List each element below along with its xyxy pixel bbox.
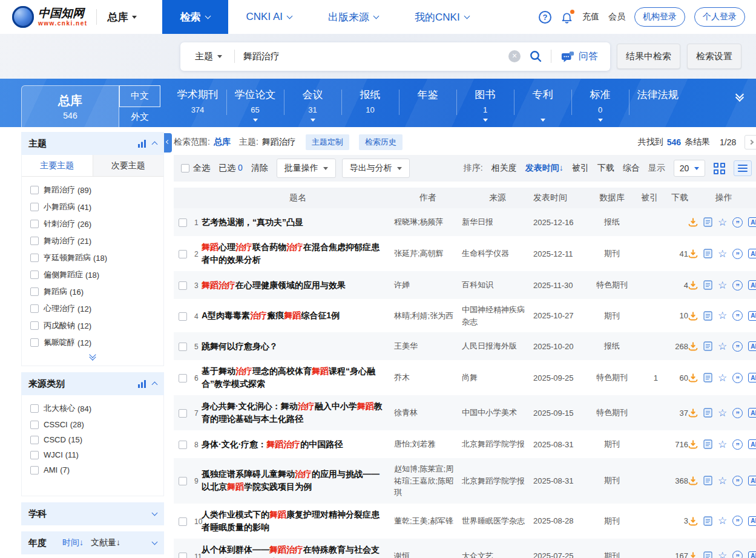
qa-button[interactable]: 问答 [551,50,610,63]
header-downloads[interactable]: 下载 [658,192,688,203]
filter-checkbox-item[interactable]: 小舞蹈病 (41) [22,199,163,215]
cite-icon[interactable]: ” [732,310,743,321]
ai-icon[interactable]: AI [748,516,756,526]
select-all-label[interactable]: 全选 [193,163,210,174]
cite-icon[interactable]: ” [732,516,743,526]
row-checkbox[interactable] [179,553,187,558]
language-chinese-tab[interactable]: 中文 [119,85,160,107]
sort-option[interactable]: 发表时间↓ [525,163,564,174]
article-authors[interactable]: 许婵 [394,279,462,291]
ai-icon[interactable]: AI [748,280,756,290]
article-title-link[interactable]: 孤独症谱系障碍儿童舞动治疗的应用与挑战——以北京舞蹈学院实践项目为例 [202,469,380,491]
read-online-icon[interactable] [703,439,712,449]
filter-checkbox-item[interactable]: 心理治疗 (12) [22,300,163,317]
read-online-icon[interactable] [703,341,712,351]
article-authors[interactable]: 张延芹;高朝辉 [394,248,462,260]
article-title-link[interactable]: 从个体到群体——舞蹈治疗在特殊教育与社会支持体系中的实践探索 [202,545,380,558]
category-tab[interactable]: 学位论文 65 [226,79,284,127]
ai-icon[interactable]: AI [748,341,756,351]
search-field-selector[interactable]: 主题 [180,51,234,62]
notification-bell-icon[interactable] [560,11,573,24]
filter-checkbox-item[interactable]: WJCI (11) [22,447,163,462]
favorite-icon[interactable]: ☆ [718,310,727,321]
download-icon[interactable] [688,217,698,227]
favorite-icon[interactable]: ☆ [718,439,727,450]
filter-checkbox-item[interactable]: 针刺治疗 (26) [22,215,163,232]
nav-item-我的cnki[interactable]: 我的CNKI [396,0,487,34]
cite-icon[interactable]: ” [732,551,743,558]
ai-icon[interactable]: AI [748,311,756,321]
search-settings-button[interactable]: 检索设置 [687,44,741,69]
article-authors[interactable]: 谢恒 [394,550,462,558]
article-title-link[interactable]: A型肉毒毒素治疗瘢痕舞蹈综合征1例 [202,310,340,320]
category-tab[interactable]: 法律法规 [629,79,686,127]
bar-chart-icon[interactable] [138,380,146,388]
clear-search-icon[interactable]: × [508,50,521,62]
search-icon[interactable] [529,50,542,63]
download-icon[interactable] [688,311,698,321]
row-checkbox[interactable] [179,409,187,418]
filter-checkbox[interactable] [30,466,39,474]
read-online-icon[interactable] [703,249,712,258]
sort-option[interactable]: 相关度 [491,163,517,174]
article-source[interactable]: 百科知识 [462,279,533,291]
article-title-link[interactable]: 身心共舞·文化润心：舞动治疗融入中小学舞蹈教育的理论基础与本土化路径 [202,401,383,424]
filter-checkbox-item[interactable]: 舞蹈病 (16) [22,283,163,300]
row-checkbox[interactable] [179,312,187,321]
header-database[interactable]: 数据库 [589,192,635,203]
article-title-link[interactable]: 跳舞何以疗愈身心？ [202,341,278,351]
sidebar-collapse-handle[interactable] [164,133,172,153]
nav-item-检索[interactable]: 检索 [162,0,228,34]
filter-checkbox[interactable] [30,304,39,313]
article-authors[interactable]: 乔木 [394,372,462,384]
cite-icon[interactable]: ” [732,280,743,290]
article-source[interactable]: 中国神经精神疾病杂志 [462,304,533,327]
row-checkbox[interactable] [179,218,187,227]
sort-option[interactable]: 综合 [623,163,640,174]
article-title-link[interactable]: 艺考热退潮，“真功夫”凸显 [202,217,303,227]
download-icon[interactable] [688,373,698,382]
filter-checkbox-item[interactable]: 北大核心 (84) [22,400,163,417]
article-authors[interactable]: 林晴;利婧;张为西 [394,310,462,322]
scope-value[interactable]: 总库 [214,137,231,148]
article-title-link[interactable]: 舞蹈治疗在心理健康领域的应用与效果 [202,280,346,290]
favorite-icon[interactable]: ☆ [718,249,727,259]
search-in-results-button[interactable]: 结果中检索 [617,44,680,69]
filter-checkbox-item[interactable]: CSCD (15) [22,432,163,447]
header-author[interactable]: 作者 [394,192,462,203]
year-sort-time[interactable]: 时间↓ [62,537,84,548]
page-size-select[interactable]: 20 [674,160,706,177]
filter-checkbox[interactable] [30,203,39,211]
favorite-icon[interactable]: ☆ [718,280,727,290]
filter-checkbox-item[interactable]: 丙戊酸钠 (12) [22,317,163,334]
search-history-button[interactable]: 检索历史 [359,134,403,150]
database-switcher[interactable]: 总库 [108,10,137,24]
favorite-icon[interactable]: ☆ [718,516,727,526]
row-checkbox[interactable] [179,441,187,449]
filter-checkbox-item[interactable]: 舞蹈治疗 (89) [22,182,163,199]
download-icon[interactable] [688,551,698,558]
favorite-icon[interactable]: ☆ [718,408,727,418]
ai-icon[interactable]: AI [748,439,756,449]
download-icon[interactable] [688,408,698,418]
expand-topic-list-icon[interactable] [22,352,163,366]
filter-checkbox[interactable] [30,321,39,330]
article-source[interactable]: 世界睡眠医学杂志 [462,515,533,527]
article-authors[interactable]: 董乾;王美;郝军锋 [394,515,462,527]
favorite-icon[interactable]: ☆ [718,551,727,558]
recharge-link[interactable]: 充值 [582,11,599,22]
article-title-link[interactable]: 身体·文化·疗愈：舞蹈治疗的中国路径 [202,439,343,449]
filter-checkbox-item[interactable]: 偏侧舞蹈症 (18) [22,266,163,283]
row-checkbox[interactable] [179,343,187,351]
read-online-icon[interactable] [703,280,712,290]
article-authors[interactable]: 程晓琳;杨频萍 [394,216,462,228]
cite-icon[interactable]: ” [732,476,743,486]
topic-custom-button[interactable]: 主题定制 [306,134,349,150]
filter-checkbox[interactable] [30,254,39,262]
filter-checkbox-item[interactable]: 亨廷顿舞蹈病 (18) [22,249,163,266]
header-title[interactable]: 题名 [202,192,394,203]
header-source[interactable]: 来源 [462,192,533,203]
cite-icon[interactable]: ” [732,439,743,450]
member-link[interactable]: 会员 [608,11,625,22]
read-online-icon[interactable] [703,516,712,526]
